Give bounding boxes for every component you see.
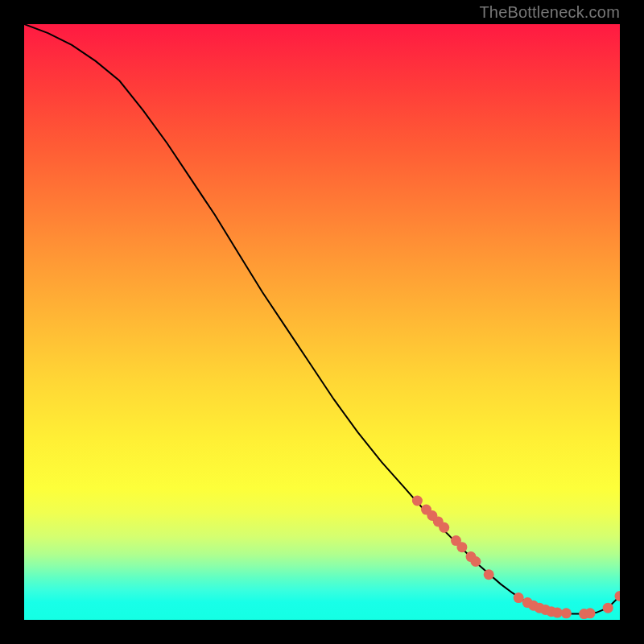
curve-path — [24, 24, 620, 614]
curve-line — [24, 24, 620, 614]
data-marker — [603, 603, 613, 613]
curve-markers — [412, 496, 620, 620]
data-marker — [514, 592, 524, 603]
data-marker — [439, 522, 449, 533]
data-marker — [456, 542, 467, 552]
data-marker — [552, 608, 563, 618]
chart-svg — [24, 24, 620, 620]
data-marker — [412, 496, 423, 506]
data-marker — [484, 569, 494, 580]
data-marker — [470, 556, 481, 567]
chart-container: TheBottleneck.com — [0, 0, 644, 644]
data-marker — [585, 608, 596, 618]
watermark-text: TheBottleneck.com — [479, 3, 620, 22]
plot-area — [24, 24, 620, 620]
data-marker — [561, 608, 572, 618]
